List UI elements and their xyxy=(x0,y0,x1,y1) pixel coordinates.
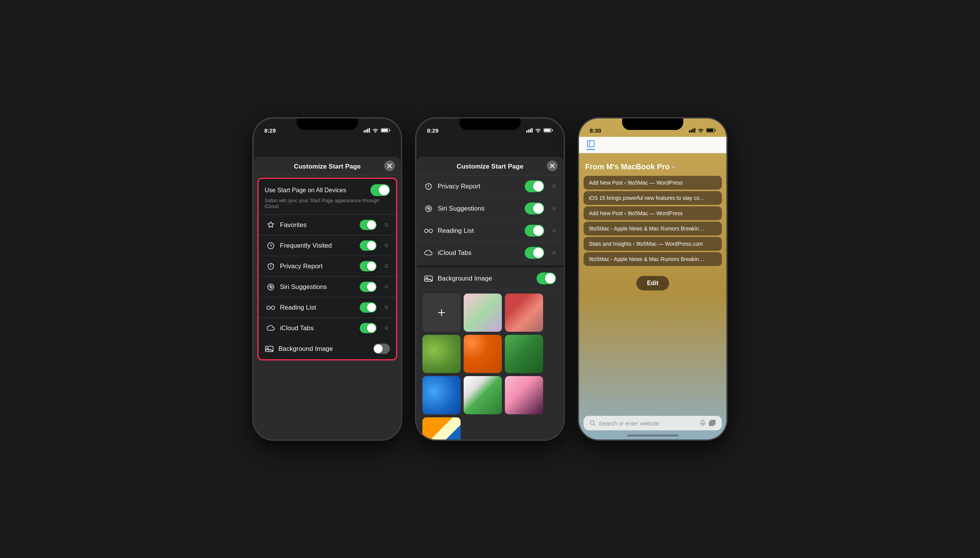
signal-icon xyxy=(363,128,370,133)
search-bar-3[interactable]: Search or enter website xyxy=(584,416,722,430)
thumb-earth[interactable] xyxy=(505,294,543,332)
p2-icloud-toggle[interactable] xyxy=(525,247,544,259)
icloud-tabs-drag[interactable]: ≡ xyxy=(384,324,388,332)
siri-icon xyxy=(267,283,275,291)
reading-list-toggle[interactable] xyxy=(360,302,376,313)
svg-rect-29 xyxy=(692,129,694,133)
icloud-tabs-row: iCloud Tabs ≡ xyxy=(258,318,396,338)
sync-desc: Safari will sync your Start Page appeara… xyxy=(265,198,390,209)
source-label: From M's MacBook Pro xyxy=(585,162,669,171)
bg-toggle[interactable] xyxy=(373,344,390,354)
p2-bg-toggle[interactable] xyxy=(537,272,556,284)
thumb-pink-fold[interactable] xyxy=(505,376,543,414)
p2-reading-toggle[interactable] xyxy=(525,225,544,236)
siri-suggestions-drag[interactable]: ≡ xyxy=(384,283,388,291)
reading-list-row: Reading List ≡ xyxy=(258,297,396,318)
sync-section: Use Start Page on All Devices Safari wil… xyxy=(258,179,396,215)
p2-photo-icon xyxy=(424,275,433,282)
status-icons-3 xyxy=(689,128,716,133)
thumb-butterfly[interactable] xyxy=(464,294,502,332)
icloud-tabs-toggle[interactable] xyxy=(360,323,376,333)
reading-items-list: Add New Post ‹ 9to5Mac — WordPress iOS 1… xyxy=(579,174,726,268)
reading-item-2[interactable]: Add New Post ‹ 9to5Mac — WordPress xyxy=(584,207,722,220)
p2-siri-toggle[interactable] xyxy=(525,203,544,214)
p2-reading-drag[interactable]: ≡ xyxy=(552,226,556,235)
reading-list-title: From M's MacBook Pro ⋄ xyxy=(585,162,720,171)
modal-title-2: Customize Start Page xyxy=(457,163,524,171)
search-icon-3 xyxy=(590,420,596,426)
add-photo-button[interactable] xyxy=(422,294,461,332)
book-tab[interactable] xyxy=(587,140,595,150)
thumb-paper-fold[interactable] xyxy=(464,376,502,414)
search-placeholder-3: Search or enter website xyxy=(599,420,697,427)
battery-icon-3 xyxy=(706,128,716,133)
reading-list-drag[interactable]: ≡ xyxy=(384,304,388,312)
favorites-label: Favorites xyxy=(280,221,355,229)
modal-close-button-1[interactable] xyxy=(384,161,395,171)
p2-privacy-drag[interactable]: ≡ xyxy=(552,182,556,190)
p2-privacy-toggle[interactable] xyxy=(525,181,544,192)
p2-shield-icon xyxy=(425,183,432,190)
status-icons-1 xyxy=(363,128,390,133)
privacy-report-drag[interactable]: ≡ xyxy=(384,262,388,270)
p2-bg-row: Background Image xyxy=(416,265,564,290)
p2-siri-drag[interactable]: ≡ xyxy=(552,205,556,212)
p2-icloud-drag[interactable]: ≡ xyxy=(552,249,556,257)
svg-rect-16 xyxy=(530,129,531,133)
signal-icon-3 xyxy=(689,128,695,133)
phone-3: 8:30 From M's MacBook Pro ⋄ Add New xyxy=(578,118,727,440)
modal-close-button-2[interactable] xyxy=(547,161,558,171)
p2-reading-row: Reading List ≡ xyxy=(416,220,564,242)
close-icon-2 xyxy=(550,164,555,168)
reading-item-0[interactable]: Add New Post ‹ 9to5Mac — WordPress xyxy=(584,176,722,190)
grid-row-3 xyxy=(422,376,558,414)
svg-point-9 xyxy=(270,286,272,288)
icloud-tabs-icon xyxy=(266,324,275,333)
frequently-visited-icon xyxy=(266,241,275,250)
thumb-green-leaf[interactable] xyxy=(422,335,461,373)
reading-list-header: From M's MacBook Pro ⋄ xyxy=(579,157,726,174)
svg-rect-28 xyxy=(691,130,692,133)
privacy-report-icon xyxy=(266,262,275,271)
p2-siri-icon xyxy=(425,205,432,212)
frequently-visited-toggle[interactable] xyxy=(360,240,376,251)
thumb-orange-spots[interactable] xyxy=(464,335,502,373)
favorites-drag[interactable]: ≡ xyxy=(384,221,388,229)
siri-suggestions-label: Siri Suggestions xyxy=(280,283,355,291)
edit-button-container: Edit xyxy=(579,272,726,290)
privacy-report-toggle[interactable] xyxy=(360,261,376,271)
diamond-icon: ⋄ xyxy=(672,164,675,170)
modal-sheet-2: Customize Start Page Privacy Report ≡ xyxy=(416,157,564,440)
reading-item-1[interactable]: iOS 15 brings powerful new features to s… xyxy=(584,191,722,205)
phone-1: 8:29 Customize Start Page Use Start xyxy=(253,118,402,440)
p2-reading-icon xyxy=(424,226,433,235)
favorites-toggle[interactable] xyxy=(360,220,376,230)
edit-button[interactable]: Edit xyxy=(636,276,669,290)
svg-rect-0 xyxy=(363,130,365,133)
time-2: 8:29 xyxy=(427,127,438,134)
svg-point-24 xyxy=(429,229,433,232)
frequently-visited-drag[interactable]: ≡ xyxy=(384,241,388,249)
p2-icloud-label: iCloud Tabs xyxy=(438,249,520,257)
p2-siri-row: Siri Suggestions ≡ xyxy=(416,198,564,220)
reading-list-label: Reading List xyxy=(280,304,355,312)
reading-item-3[interactable]: 9to5Mac - Apple News & Mac Rumors Breaki… xyxy=(584,222,722,235)
tab-bar xyxy=(579,137,726,153)
thumb-blue-dots[interactable] xyxy=(422,376,461,414)
reading-item-5[interactable]: 9to5Mac - Apple News & Mac Rumors Breaki… xyxy=(584,252,722,266)
p2-siri-icon xyxy=(424,204,433,213)
sync-toggle[interactable] xyxy=(370,184,390,196)
thumb-diagonal[interactable] xyxy=(422,417,461,440)
p2-reading-label: Reading List xyxy=(438,227,520,235)
home-indicator-3 xyxy=(627,435,678,437)
modal-title-1: Customize Start Page xyxy=(294,163,361,171)
time-1: 8:29 xyxy=(264,127,276,134)
p2-bg-label: Background Image xyxy=(438,275,532,282)
p2-glasses-icon xyxy=(424,228,433,233)
thumb-green-texture[interactable] xyxy=(505,335,543,373)
siri-suggestions-toggle[interactable] xyxy=(360,282,376,292)
image-grid xyxy=(416,290,564,440)
book-icon xyxy=(587,140,595,148)
modal-header-2: Customize Start Page xyxy=(416,157,564,176)
reading-item-4[interactable]: Stats and Insights ‹ 9to5Mac — WordPress… xyxy=(584,237,722,251)
